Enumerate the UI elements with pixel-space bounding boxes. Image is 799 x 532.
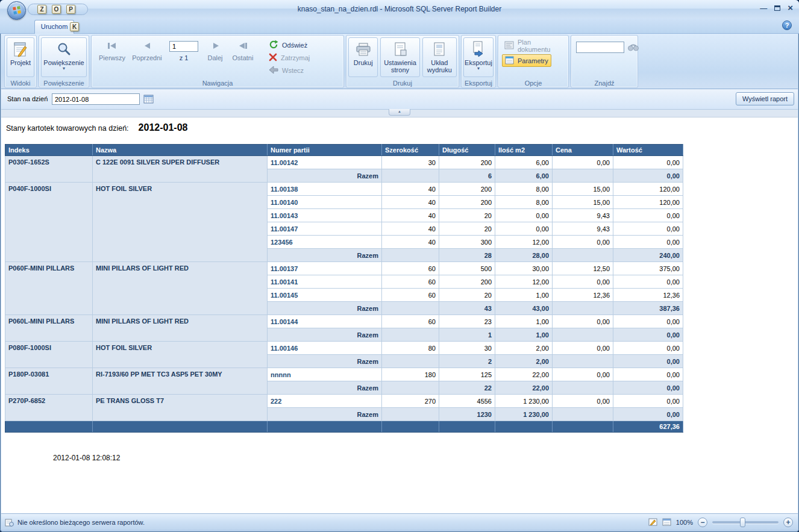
document-map-label: Plan dokumentu: [518, 39, 563, 53]
prev-page-icon: [142, 41, 152, 52]
next-page-button[interactable]: Dalej: [202, 37, 228, 78]
keytip-run-tab: K: [70, 22, 79, 31]
status-message: Nie określono bieżącego serwera raportów…: [17, 519, 145, 526]
wartosc-cell: 0,00: [613, 222, 683, 236]
first-page-button[interactable]: Pierwszy: [95, 37, 129, 78]
print-layout-button[interactable]: Układ wydruku: [422, 37, 457, 77]
ribbon-group-znajdz: Znajdź: [571, 35, 638, 88]
ribbon-group-widoki: Projekt Widoki: [4, 35, 37, 88]
page-number-input[interactable]: [169, 41, 198, 52]
wartosc-cell: 0,00: [613, 275, 683, 289]
view-report-button[interactable]: Wyświetl raport: [736, 92, 794, 105]
close-button[interactable]: ×: [788, 4, 793, 13]
date-parameter-input[interactable]: [52, 93, 140, 105]
ilosc-m2-cell: 12,00: [495, 275, 553, 289]
nazwa-cell: HOT FOIL SILVER: [93, 183, 268, 262]
back-button[interactable]: Wstecz: [266, 64, 312, 77]
cena-cell: 0,00: [553, 368, 613, 381]
group-label-drukuj: Drukuj: [346, 80, 459, 87]
partia-cell: 11.00143: [268, 209, 382, 222]
maximize-button[interactable]: [774, 4, 780, 13]
razem-szerokosc-cell: [382, 169, 439, 183]
razem-szerokosc-cell: [382, 355, 439, 368]
partia-cell: 11.00142: [268, 156, 382, 169]
print-button[interactable]: Drukuj: [348, 37, 378, 77]
report-builder-window: knaso_stan_na_dzien.rdl - Microsoft SQL …: [0, 0, 799, 532]
column-header: Nazwa: [93, 145, 268, 156]
document-map-button[interactable]: Plan dokumentu: [502, 39, 566, 52]
cena-cell: 15,00: [553, 183, 613, 196]
stop-button[interactable]: Zatrzymaj: [266, 51, 312, 64]
powiekszenie-button[interactable]: Powiększenie ▾: [41, 37, 87, 77]
cena-cell: 9,43: [553, 209, 613, 222]
ribbon-group-nawigacja: Pierwszy Poprzedni z 1 Dalej Ostatni: [91, 35, 344, 88]
szerokosc-cell: 40: [382, 209, 439, 222]
office-button[interactable]: [7, 1, 26, 20]
minimize-button[interactable]: —: [760, 4, 767, 13]
column-header: Numer partii: [268, 145, 382, 156]
partia-cell: 11.00147: [268, 222, 382, 236]
ilosc-m2-cell: 0,00: [495, 222, 553, 236]
report-viewer: Stany kartotek towarowych na dzień: 2012…: [1, 117, 798, 513]
zoom-slider[interactable]: [712, 521, 779, 524]
projekt-button[interactable]: Projekt: [7, 37, 34, 77]
design-view-toggle-icon[interactable]: [648, 518, 657, 526]
page-setup-button[interactable]: Ustawienia strony: [380, 37, 419, 77]
report-timestamp: 2012-01-08 12:08:12: [53, 454, 120, 462]
collapse-handle[interactable]: ▲: [389, 109, 410, 116]
razem-dlugosc-cell: 6: [439, 169, 495, 183]
office-logo-icon: [12, 5, 22, 16]
refresh-button[interactable]: Odśwież: [266, 39, 312, 51]
zoom-in-button[interactable]: +: [783, 518, 793, 527]
detail-row: P030F-1652SC 122E 0091 SILVER SUPER DIFF…: [5, 156, 683, 169]
window-title: knaso_stan_na_dzien.rdl - Microsoft SQL …: [0, 5, 799, 13]
nazwa-cell: HOT FOIL SILVER: [93, 342, 268, 368]
find-input[interactable]: [576, 42, 624, 53]
server-status-icon: [5, 518, 14, 527]
zoom-out-button[interactable]: −: [698, 518, 707, 527]
partia-cell: 11.00140: [268, 196, 382, 209]
prev-page-button[interactable]: Poprzedni: [129, 37, 165, 78]
szerokosc-cell: 80: [382, 342, 439, 355]
partia-cell: 11.00146: [268, 342, 382, 355]
calendar-icon[interactable]: [143, 94, 154, 104]
chevron-down-icon: ▾: [63, 66, 65, 71]
cena-cell: 0,00: [553, 395, 613, 408]
column-header: Cena: [553, 145, 613, 156]
razem-dlugosc-cell: 2: [439, 355, 495, 368]
export-button[interactable]: Eksportuj ▾: [463, 37, 494, 77]
indeks-cell: P040F-1000SI: [5, 183, 93, 262]
chevron-down-icon: ▾: [477, 66, 480, 71]
szerokosc-cell: 40: [382, 196, 439, 209]
nazwa-cell: MINI PILLARS OF LIGHT RED: [93, 315, 268, 342]
razem-dlugosc-cell: 1: [439, 328, 495, 342]
ilosc-m2-cell: 1 230,00: [495, 395, 553, 408]
indeks-cell: P180P-03081: [5, 368, 93, 395]
help-button[interactable]: ?: [782, 20, 792, 30]
nazwa-cell: MINI PILLARS OF LIGHT RED: [93, 262, 268, 315]
parameters-button[interactable]: Parametry: [502, 54, 551, 67]
run-view-toggle-icon[interactable]: [662, 518, 671, 526]
group-label-znajdz: Znajdź: [571, 80, 638, 87]
stop-label: Zatrzymaj: [281, 54, 310, 61]
column-header: Ilość m2: [495, 145, 553, 156]
cena-cell: 9,43: [553, 222, 613, 236]
last-page-label: Ostatni: [233, 54, 254, 61]
grand-empty-cell: [553, 421, 613, 433]
szerokosc-cell: 60: [382, 289, 439, 302]
indeks-cell: P030F-1652S: [5, 156, 93, 183]
column-header: Szerokość: [382, 145, 439, 156]
ilosc-m2-cell: 30,00: [495, 262, 553, 275]
zoom-slider-thumb[interactable]: [740, 518, 745, 527]
tab-uruchom[interactable]: Uruchom: [34, 20, 74, 34]
next-page-icon: [210, 41, 220, 52]
cena-cell: 12,36: [553, 289, 613, 302]
last-page-button[interactable]: Ostatni: [228, 37, 258, 78]
keytip-qat-1: Z: [37, 5, 46, 14]
grand-empty-cell: [495, 421, 553, 433]
dlugosc-cell: 500: [439, 262, 495, 275]
titlebar: knaso_stan_na_dzien.rdl - Microsoft SQL …: [0, 0, 799, 18]
group-label-opcje: Opcje: [498, 80, 568, 87]
document-map-icon: [504, 41, 514, 51]
detail-row: P060L-MINI PILLARSMINI PILLARS OF LIGHT …: [5, 315, 683, 328]
